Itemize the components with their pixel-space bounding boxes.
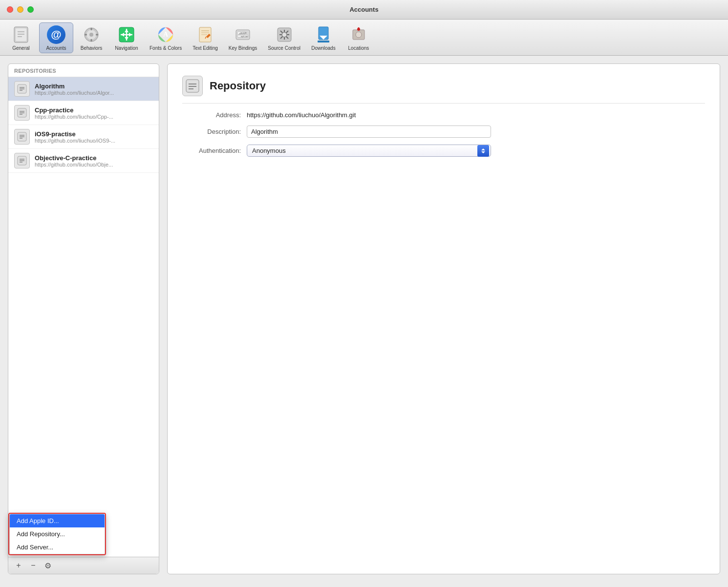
repo-name: Algorithm — [35, 83, 153, 90]
text-editing-label: Text Editing — [193, 45, 218, 51]
key-bindings-icon: alt opt option — [233, 25, 253, 44]
repo-icon — [14, 129, 30, 145]
accounts-icon: @ — [46, 25, 66, 44]
svg-point-38 — [282, 32, 287, 37]
locations-icon — [349, 25, 368, 44]
toolbar-item-key-bindings[interactable]: alt opt option Key Bindings — [224, 23, 262, 53]
left-panel: Repositories Algorithm https://github.co… — [8, 63, 159, 574]
menu-item-add-server[interactable]: Add Server... — [10, 541, 105, 554]
navigation-icon — [117, 25, 136, 44]
repo-item[interactable]: iOS9-practise https://github.com/liuchuo… — [8, 125, 159, 149]
repo-icon — [14, 153, 30, 168]
svg-rect-45 — [358, 27, 359, 30]
repositories-header: Repositories — [8, 64, 159, 77]
svg-rect-10 — [85, 34, 87, 36]
svg-point-7 — [89, 33, 93, 37]
address-label: Address: — [182, 111, 241, 119]
toolbar-item-general[interactable]: General — [4, 23, 38, 53]
svg-text:A: A — [163, 31, 169, 38]
svg-text:option: option — [241, 35, 248, 38]
svg-rect-9 — [91, 39, 92, 42]
authentication-select[interactable]: Anonymous Username and Password SSH Key — [247, 145, 491, 157]
authentication-row: Authentication: Anonymous Username and P… — [182, 145, 705, 157]
repo-name: iOS9-practise — [35, 130, 153, 138]
right-panel: Repository Address: https://github.com/l… — [167, 63, 720, 574]
window-title: Accounts — [349, 6, 378, 13]
locations-label: Locations — [348, 45, 369, 51]
menu-item-add-repository[interactable]: Add Repository... — [10, 527, 105, 541]
downloads-icon — [314, 25, 333, 44]
repo-info: iOS9-practise https://github.com/liuchuo… — [35, 130, 153, 144]
toolbar: General @ Accounts Behaviors — [0, 20, 728, 56]
remove-button[interactable]: − — [28, 560, 39, 571]
repo-info: Algorithm https://github.com/liuchuo/Alg… — [35, 83, 153, 96]
toolbar-item-source-control[interactable]: Source Control — [263, 23, 305, 53]
address-value: https://github.com/liuchuo/Algorithm.git — [247, 111, 356, 119]
repo-name: Objective-C-practice — [35, 154, 153, 162]
toolbar-item-fonts-colors[interactable]: A Fonts & Colors — [145, 23, 187, 53]
repo-icon — [14, 81, 30, 97]
window-controls — [7, 6, 34, 13]
behaviors-icon — [82, 25, 101, 44]
authentication-select-wrapper: Anonymous Username and Password SSH Key — [247, 145, 491, 157]
svg-text:opt: opt — [243, 32, 247, 34]
settings-button[interactable]: ⚙ — [43, 560, 53, 571]
main-content: Repositories Algorithm https://github.co… — [0, 56, 728, 582]
source-control-icon — [275, 25, 294, 44]
repo-info: Objective-C-practice https://github.com/… — [35, 154, 153, 168]
downloads-label: Downloads — [311, 45, 335, 51]
toolbar-item-locations[interactable]: Locations — [342, 23, 376, 53]
popup-menu-inner: Add Apple ID... Add Repository... Add Se… — [9, 514, 105, 554]
close-button[interactable] — [7, 6, 13, 13]
repo-detail-header: Repository — [182, 76, 705, 104]
description-label: Description: — [182, 128, 241, 135]
navigation-label: Navigation — [115, 45, 138, 51]
address-row: Address: https://github.com/liuchuo/Algo… — [182, 111, 705, 119]
description-row: Description: — [182, 126, 705, 138]
repo-url: https://github.com/liuchuo/Cpp-... — [35, 114, 153, 120]
fonts-colors-label: Fonts & Colors — [150, 45, 182, 51]
authentication-label: Authentication: — [182, 147, 241, 154]
repo-item[interactable]: Cpp-practice https://github.com/liuchuo/… — [8, 101, 159, 125]
popup-menu: Add Apple ID... Add Repository... Add Se… — [8, 513, 106, 555]
repo-detail-title: Repository — [210, 80, 266, 92]
repo-item[interactable]: Algorithm https://github.com/liuchuo/Alg… — [8, 77, 159, 101]
toolbar-item-accounts[interactable]: @ Accounts — [39, 22, 73, 53]
toolbar-item-navigation[interactable]: Navigation — [109, 23, 144, 53]
general-label: General — [12, 45, 30, 51]
behaviors-label: Behaviors — [81, 45, 102, 51]
fonts-colors-icon: A — [156, 25, 175, 44]
general-icon — [11, 25, 31, 44]
accounts-label: Accounts — [46, 45, 66, 51]
titlebar: Accounts — [0, 0, 728, 20]
repo-url: https://github.com/liuchuo/Algor... — [35, 90, 153, 96]
svg-rect-41 — [318, 41, 329, 42]
menu-item-add-apple-id[interactable]: Add Apple ID... — [10, 514, 105, 527]
maximize-button[interactable] — [27, 6, 34, 13]
toolbar-item-text-editing[interactable]: Text Editing — [188, 23, 223, 53]
repo-list: Algorithm https://github.com/liuchuo/Alg… — [8, 77, 159, 557]
repo-item[interactable]: Objective-C-practice https://github.com/… — [8, 149, 159, 173]
toolbar-item-behaviors[interactable]: Behaviors — [74, 23, 108, 53]
key-bindings-label: Key Bindings — [229, 45, 257, 51]
repo-info: Cpp-practice https://github.com/liuchuo/… — [35, 106, 153, 120]
minimize-button[interactable] — [17, 6, 23, 13]
repo-url: https://github.com/liuchuo/Obje... — [35, 162, 153, 168]
repo-url: https://github.com/liuchuo/iOS9-... — [35, 138, 153, 144]
svg-point-43 — [356, 32, 362, 38]
repo-name: Cpp-practice — [35, 106, 153, 114]
description-input[interactable] — [247, 126, 491, 138]
svg-rect-11 — [96, 34, 98, 36]
source-control-label: Source Control — [268, 45, 300, 51]
add-button[interactable]: + — [13, 560, 24, 571]
panel-bottom: Add Apple ID... Add Repository... Add Se… — [8, 557, 159, 574]
repo-detail-icon — [182, 76, 203, 96]
text-editing-icon — [195, 25, 215, 44]
toolbar-item-downloads[interactable]: Downloads — [306, 23, 341, 53]
svg-rect-8 — [91, 28, 92, 30]
svg-rect-1 — [16, 28, 26, 41]
repo-icon — [14, 105, 30, 121]
